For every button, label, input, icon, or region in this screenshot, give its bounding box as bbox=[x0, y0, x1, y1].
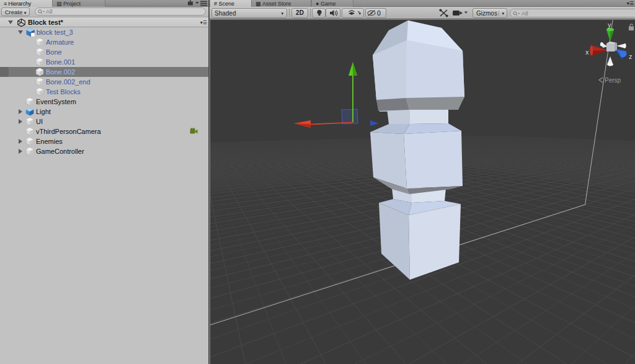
svg-text:0: 0 bbox=[377, 9, 381, 17]
